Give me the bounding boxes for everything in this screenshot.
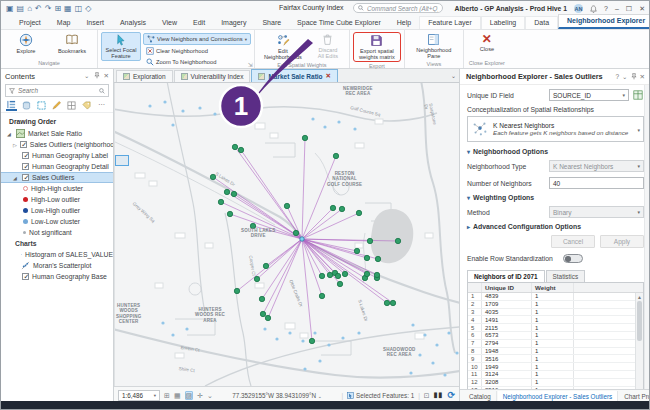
pane-help-icon[interactable]: ? — [615, 73, 619, 80]
expander-icon[interactable]: ◢ — [7, 131, 13, 137]
table-row[interactable]: 1019491 — [468, 363, 643, 371]
basemap-grid-icon[interactable]: ▨ — [185, 391, 194, 400]
ribbon-tab-view[interactable]: View — [154, 17, 185, 29]
scale-selector[interactable]: 1:6,486 ▾ — [118, 390, 160, 401]
pin-icon[interactable] — [631, 73, 637, 81]
help-button[interactable]: ? — [604, 5, 608, 12]
close-panel-icon[interactable]: ✕ — [104, 72, 109, 80]
ribbon-tab-labeling[interactable]: Labeling — [481, 16, 525, 29]
layer-item-human-geography-detail[interactable]: Human Geography Detail — [1, 161, 113, 172]
table-row[interactable]: 1131241 — [468, 371, 643, 379]
ribbon-tab-imagery[interactable]: Imagery — [213, 17, 254, 29]
coordinates-readout[interactable]: 77.3529155°W 38.9431099°N ⌄ — [217, 392, 338, 399]
undo-icon[interactable]: ↶ — [35, 5, 42, 13]
avatar[interactable]: AN — [574, 4, 583, 13]
layer-item-market-sale-ratio[interactable]: ◢Market Sale Ratio — [1, 128, 113, 139]
zoom-to-neighborhood-button[interactable]: Zoom To Neighborhood — [143, 57, 251, 67]
ribbon-tab-help[interactable]: Help — [389, 17, 419, 29]
contents-search-input[interactable] — [18, 87, 96, 94]
view-tab-market-sale-ratio[interactable]: Market Sale Ratio✕ — [251, 69, 338, 82]
view-neighbors-connections-button[interactable]: View Neighbors and Connections ▾ — [143, 33, 251, 45]
select-focal-feature-button[interactable]: Select Focal Feature — [101, 32, 141, 61]
table-tab-statistics[interactable]: Statistics — [546, 270, 586, 282]
table-scrollbar[interactable]: ▲ ▼ — [635, 293, 643, 389]
ribbon-tab-space-time-cube-explorer[interactable]: Space Time Cube Explorer — [289, 17, 389, 29]
legend-item-high-low-outlier[interactable]: High-Low outlier — [1, 194, 113, 205]
more-options-icon[interactable]: ⋯ — [96, 100, 107, 111]
dialog-launcher-icon[interactable]: ⇲ — [248, 61, 253, 68]
ribbon-tab-analysis[interactable]: Analysis — [112, 17, 154, 29]
table-row[interactable]: 727941 — [468, 340, 643, 348]
field-table-button[interactable] — [632, 89, 644, 101]
layer-item-moran-s-scatterplot[interactable]: Moran's Scatterplot — [1, 260, 113, 271]
selected-features-indicator[interactable]: Selected Features: 1 — [347, 392, 414, 399]
notifications-bell-icon[interactable] — [590, 5, 597, 13]
list-by-editing-icon[interactable] — [51, 100, 62, 111]
maximize-button[interactable]: ☐ — [626, 5, 632, 13]
ribbon-tab-feature-layer[interactable]: Feature Layer — [419, 16, 481, 29]
view-tab-vulnerability-index[interactable]: Vulnerability Index — [174, 70, 251, 82]
legend-item-low-high-outlier[interactable]: Low-High outlier — [1, 205, 113, 216]
close-explorer-button[interactable]: ✕ Close — [467, 32, 507, 52]
layer-item-human-geography-label[interactable]: Human Geography Label — [1, 150, 113, 161]
redo-icon[interactable]: ↷ — [45, 5, 52, 13]
contents-search[interactable] — [5, 84, 109, 97]
pin-icon[interactable] — [94, 72, 100, 80]
clear-neighborhood-button[interactable]: Clear Neighborhood — [143, 46, 251, 56]
open-icon[interactable]: ▤ — [17, 5, 25, 13]
legend-item-not-significant[interactable]: Not significant — [1, 227, 113, 238]
layer-item-histogram-of-sales-value[interactable]: Histogram of SALES_VALUE — [1, 249, 113, 260]
close-pane-icon[interactable]: ✕ — [640, 73, 645, 81]
chevron-down-icon[interactable]: ⌄ — [84, 72, 89, 80]
list-by-drawing-order-icon[interactable] — [6, 100, 17, 111]
minimize-button[interactable]: – — [615, 5, 619, 12]
add-overlay-icon[interactable]: ⊞ — [164, 392, 170, 399]
table-row[interactable]: 665731 — [468, 332, 643, 340]
attribute-table-icon[interactable]: ⊡ — [424, 392, 430, 399]
list-by-snapping-icon[interactable] — [66, 100, 77, 111]
export-spatial-weights-button[interactable]: Export spatial weights matrix — [353, 32, 401, 62]
layer-item-sales-outliers-neighborhood[interactable]: ▷Sales Outliers (neighborhood) — [1, 139, 113, 150]
neighborhood-options-section[interactable]: ▾ Neighborhood Options — [467, 148, 644, 155]
scroll-up-icon[interactable]: ▲ — [636, 294, 643, 300]
weighting-options-section[interactable]: ▾ Weighting Options — [467, 194, 644, 201]
legend-item-high-high-cluster[interactable]: High-High cluster — [1, 183, 113, 194]
legend-item-low-low-cluster[interactable]: Low-Low cluster — [1, 216, 113, 227]
view-tabs-overflow-icon[interactable]: ⌄ — [451, 72, 456, 79]
layer-visibility-checkbox[interactable] — [22, 163, 29, 170]
ribbon-tab-data[interactable]: Data — [525, 16, 558, 29]
advanced-configuration-section[interactable]: ▸ Advanced Configuration Options — [467, 223, 644, 230]
add-data-icon[interactable]: ⊞ — [54, 5, 61, 13]
close-view-icon[interactable]: ✕ — [326, 72, 331, 80]
unique-id-field-select[interactable]: SOURCE_ID ▾ — [549, 89, 629, 101]
layout-icon[interactable]: ◫ — [75, 5, 83, 13]
table-row[interactable]: 1232081 — [468, 379, 643, 387]
chevron-down-icon[interactable]: ⌄ — [207, 392, 213, 399]
map-canvas[interactable]: NEWBRIDGE REC AREAGolf Course SqSoapston… — [114, 83, 459, 386]
layer-visibility-checkbox[interactable] — [22, 174, 29, 181]
row-standardization-toggle[interactable] — [563, 254, 583, 263]
select-tool-icon[interactable]: ▦ — [174, 392, 181, 399]
layer-item-sales-outliers[interactable]: ◢Sales Outliers — [1, 172, 113, 183]
select-icon[interactable]: ▦ — [64, 5, 72, 13]
weight-column-header[interactable]: Weight — [532, 283, 574, 292]
table-row[interactable]: 819481 — [468, 348, 643, 356]
ribbon-tab-neighborhood-explorer[interactable]: Neighborhood Explorer — [558, 14, 650, 29]
signed-in-user[interactable]: Alberto - GP Analysis - Prod Hive 1 — [454, 5, 567, 12]
expander-icon[interactable]: ▷ — [13, 142, 17, 148]
layer-visibility-checkbox[interactable] — [20, 141, 27, 148]
home-icon[interactable]: ⌂ — [27, 5, 32, 13]
view-tab-exploration[interactable]: Exploration — [116, 70, 173, 82]
command-search-box[interactable]: Command Search (Alt+Q) — [353, 3, 443, 13]
expander-icon[interactable]: ◢ — [13, 175, 19, 181]
conceptualization-select[interactable]: K Nearest Neighbors Each feature gets K … — [467, 116, 644, 142]
table-row[interactable]: 1329161 — [468, 387, 643, 389]
pause-drawing-icon[interactable]: ▮▮ — [434, 391, 444, 399]
table-row[interactable]: 521151 — [468, 324, 643, 332]
close-window-button[interactable]: ✕ — [639, 5, 645, 13]
pane-scrollbar[interactable] — [644, 85, 650, 389]
table-row[interactable]: 935161 — [468, 355, 643, 363]
list-by-labeling-icon[interactable] — [81, 100, 92, 111]
ribbon-tab-map[interactable]: Map — [49, 17, 79, 29]
layer-visibility-checkbox[interactable] — [22, 152, 29, 159]
